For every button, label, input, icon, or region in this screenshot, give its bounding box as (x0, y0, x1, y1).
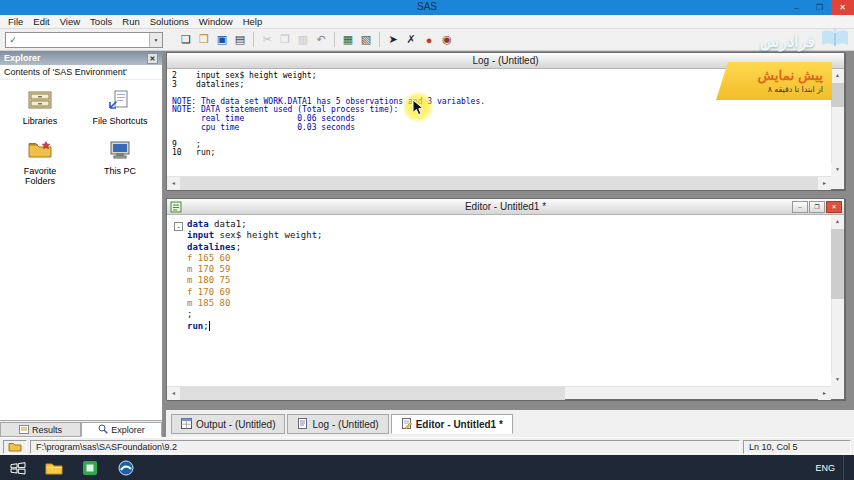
code-segment: f 170 69 (187, 287, 230, 297)
editor-close-icon[interactable]: ✕ (826, 201, 842, 213)
menu-item-window[interactable]: Window (194, 16, 238, 27)
editor-minimize-icon[interactable]: – (792, 201, 808, 213)
sas-taskbar-icon[interactable] (108, 455, 144, 480)
scroll-up-icon[interactable]: ▲ (831, 215, 844, 228)
editor-line[interactable]: m 170 59 (187, 264, 831, 275)
print-icon[interactable]: ▤ (231, 31, 249, 49)
show-desktop-button[interactable] (843, 455, 848, 480)
preview-watermark: پیش نمایش از ابتدا تا دقیقه ۸ (716, 62, 832, 100)
code-segment: datalines (187, 242, 236, 252)
scrollbar-corner (831, 176, 844, 189)
scroll-left-icon[interactable]: ◄ (167, 177, 180, 190)
editor-restore-icon[interactable]: ❐ (809, 201, 825, 213)
log-hscroll-thumb[interactable] (180, 177, 818, 190)
tab-log[interactable]: Log - (Untitled) (287, 414, 388, 434)
menu-item-run[interactable]: Run (117, 16, 144, 27)
editor-line[interactable]: f 165 60 (187, 253, 831, 264)
editor-titlebar[interactable]: Editor - Untitled1 * – ❐ ✕ (167, 199, 844, 215)
log-line (172, 132, 831, 141)
command-check-icon[interactable]: ✓ (6, 35, 20, 45)
status-cursor-position: Ln 10, Col 5 (743, 440, 851, 454)
new-document-icon[interactable]: ❏ (177, 31, 195, 49)
start-button[interactable] (0, 455, 36, 480)
explorer-item-label: This PC (104, 166, 136, 176)
editor-horizontal-scrollbar[interactable]: ◄ ► (167, 386, 831, 399)
save-icon[interactable]: ▣ (213, 31, 231, 49)
submit-icon[interactable]: ➤ (384, 31, 402, 49)
scroll-right-icon[interactable]: ► (818, 177, 831, 190)
log-vertical-scrollbar[interactable]: ▲ ▼ (831, 69, 844, 176)
code-segment: m 180 75 (187, 275, 230, 285)
menu-item-help[interactable]: Help (238, 16, 268, 27)
explorer-header[interactable]: Explorer ✕ (0, 51, 162, 65)
editor-hscroll-thumb[interactable] (180, 387, 565, 400)
open-icon[interactable]: ❒ (195, 31, 213, 49)
output-icon (181, 418, 192, 431)
command-bar[interactable]: ✓ ▼ (5, 32, 163, 48)
code-segment: sex$ height weight; (220, 230, 323, 240)
log-vscroll-thumb[interactable] (831, 83, 844, 107)
break-icon[interactable]: ● (420, 31, 438, 49)
menu-item-solutions[interactable]: Solutions (145, 16, 194, 27)
scroll-down-icon[interactable]: ▼ (831, 163, 844, 176)
editor-window-icon (170, 201, 182, 215)
explorer-item-libraries[interactable]: Libraries (9, 90, 71, 126)
explorer-close-icon[interactable]: ✕ (147, 53, 158, 64)
scroll-up-icon[interactable]: ▲ (831, 69, 844, 82)
scroll-right-icon[interactable]: ► (818, 387, 831, 400)
editor-line[interactable]: ; (187, 309, 831, 320)
status-folder-icon (3, 440, 27, 454)
copy-icon[interactable]: ❐ (276, 31, 294, 49)
menu-item-file[interactable]: File (3, 16, 28, 27)
media-app-icon[interactable] (72, 455, 108, 480)
cut-icon[interactable]: ✂ (258, 31, 276, 49)
toolbar-separator (379, 32, 380, 47)
editor-text[interactable]: data data1;input sex$ height weight;data… (167, 215, 831, 386)
preview-subtitle: از ابتدا تا دقیقه ۸ (768, 85, 823, 94)
app-titlebar[interactable]: SAS – ❐ ✕ (0, 0, 854, 15)
restore-icon[interactable]: ❐ (808, 0, 831, 15)
editor-line[interactable]: m 180 75 (187, 275, 831, 286)
editor-line[interactable]: datalines; (187, 242, 831, 253)
editor-line[interactable]: data data1; (187, 219, 831, 230)
tab-label: Results (32, 425, 62, 435)
explorer-item-file-shortcuts[interactable]: File Shortcuts (89, 90, 151, 126)
editor-line[interactable]: input sex$ height weight; (187, 230, 831, 241)
tab-explorer[interactable]: Explorer (81, 422, 162, 437)
explorer-contents-label: Contents of 'SAS Environment' (0, 65, 162, 80)
close-icon[interactable]: ✕ (831, 0, 854, 15)
tab-output[interactable]: Output - (Untitled) (171, 414, 285, 434)
file-shortcut-icon[interactable]: ▧ (357, 31, 375, 49)
command-input[interactable] (20, 34, 149, 46)
tab-editor[interactable]: Editor - Untitled1 * (391, 414, 513, 434)
scroll-left-icon[interactable]: ◄ (167, 387, 180, 400)
menu-item-edit[interactable]: Edit (28, 16, 54, 27)
explorer-item-this-pc[interactable]: This PC (89, 140, 151, 186)
editor-line[interactable]: run; (187, 321, 831, 332)
editor-vertical-scrollbar[interactable]: ▲ ▼ (831, 215, 844, 386)
menu-item-view[interactable]: View (55, 16, 85, 27)
new-library-icon[interactable]: ▦ (339, 31, 357, 49)
editor-content[interactable]: - data data1;input sex$ height weight;da… (167, 215, 844, 399)
help-icon[interactable]: ◉ (438, 31, 456, 49)
menu-item-tools[interactable]: Tools (85, 16, 117, 27)
paste-icon[interactable]: ▥ (294, 31, 312, 49)
tab-label: Output - (Untitled) (196, 419, 275, 430)
code-segment: ; (236, 242, 241, 252)
editor-vscroll-thumb[interactable] (831, 229, 844, 299)
scroll-down-icon[interactable]: ▼ (831, 373, 844, 386)
editor-line[interactable]: m 185 80 (187, 298, 831, 309)
editor-line[interactable]: f 170 69 (187, 287, 831, 298)
file-explorer-icon[interactable] (36, 455, 72, 480)
results-icon (19, 424, 29, 436)
log-horizontal-scrollbar[interactable]: ◄ ► (167, 176, 831, 189)
code-segment: m 170 59 (187, 264, 230, 274)
chevron-down-icon[interactable]: ▼ (149, 33, 162, 47)
menu-bar: FileEditViewToolsRunSolutionsWindowHelp (0, 15, 854, 29)
explorer-item-favorite-folders[interactable]: Favorite Folders (9, 140, 71, 186)
language-indicator[interactable]: ENG (815, 463, 835, 473)
minimize-icon[interactable]: – (785, 0, 808, 15)
undo-icon[interactable]: ↶ (312, 31, 330, 49)
tab-results[interactable]: Results (0, 422, 81, 437)
clear-all-icon[interactable]: ✗ (402, 31, 420, 49)
